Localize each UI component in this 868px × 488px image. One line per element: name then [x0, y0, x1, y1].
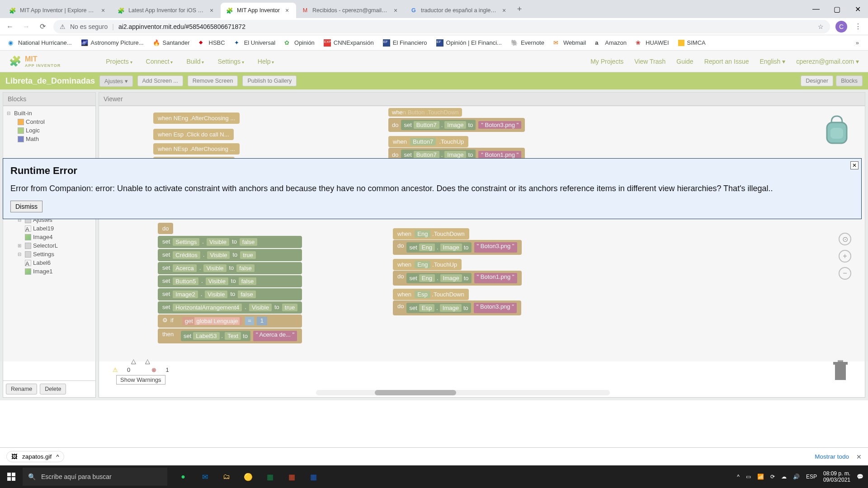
event-block[interactable]: when Esp .Click do call N...	[153, 129, 234, 140]
browser-tab[interactable]: 🧩MIT App Inventor | Explore MIT A×	[4, 3, 112, 18]
zoom-in-icon[interactable]: +	[839, 250, 851, 263]
notification-icon[interactable]: 💬	[857, 474, 863, 480]
language-indicator[interactable]: ESP	[806, 474, 817, 480]
event-block[interactable]: when NEng .AfterChoosing ...	[153, 113, 240, 124]
bookmark[interactable]: ✦El Universal	[231, 38, 279, 48]
dismiss-button[interactable]: Dismiss	[10, 201, 42, 212]
close-icon[interactable]: ×	[500, 7, 508, 14]
link-guide[interactable]: Guide	[676, 58, 693, 65]
rename-button[interactable]: Rename	[6, 384, 37, 394]
menu-projects[interactable]: Projects	[106, 58, 132, 65]
bookmark[interactable]: ◉National Hurricane...	[5, 38, 75, 48]
tree-cat-control[interactable]: Control	[3, 117, 95, 126]
language-dropdown[interactable]: English ▾	[760, 58, 785, 65]
menu-build[interactable]: Build	[186, 58, 204, 65]
star-icon[interactable]: ☆	[818, 23, 824, 30]
tree-item[interactable]: ALabel19	[3, 224, 95, 233]
app-chrome-icon[interactable]: 🟡	[238, 465, 259, 488]
browser-tab[interactable]: 🧩Latest App Inventor for iOS topic×	[112, 3, 221, 18]
dialog-close-icon[interactable]: ✕	[850, 161, 859, 169]
battery-icon[interactable]: ▭	[746, 474, 751, 480]
link-view-trash[interactable]: View Trash	[634, 58, 665, 65]
app-word-icon[interactable]: ▦	[303, 465, 324, 488]
backpack-icon[interactable]	[822, 114, 851, 149]
zoom-out-icon[interactable]: −	[839, 267, 851, 280]
browser-tab-active[interactable]: 🧩MIT App Inventor×	[221, 3, 296, 18]
event-block[interactable]: when Esp .TouchDown	[393, 289, 469, 300]
publish-button[interactable]: Publish to Gallery	[242, 75, 297, 86]
close-icon[interactable]: ×	[283, 7, 291, 14]
app-excel-icon[interactable]: ▦	[259, 465, 280, 488]
bookmark[interactable]: ❀HUAWEI	[632, 38, 673, 48]
menu-help[interactable]: Help	[258, 58, 274, 65]
close-window-icon[interactable]: ✕	[847, 0, 868, 18]
event-block[interactable]: when Button7 .TouchUp	[388, 136, 468, 147]
set-block[interactable]: doset Esp . Image to" Boton3.png "	[393, 300, 521, 315]
reload-icon[interactable]: ⟳	[37, 21, 48, 32]
menu-connect[interactable]: Connect	[146, 58, 173, 65]
set-block[interactable]: doset Eng . Image to" Boton3.png "	[393, 240, 522, 255]
tree-item[interactable]: ALabel6	[3, 258, 95, 267]
set-block[interactable]: doset Eng . Image to" Boton1.png "	[393, 271, 522, 286]
do-block[interactable]: do setSettings. Visible to false setCréd…	[158, 223, 302, 344]
trash-icon[interactable]	[831, 359, 849, 384]
app-explorer-icon[interactable]: 🗂	[216, 465, 237, 488]
event-block[interactable]: when Eng .TouchDown	[393, 228, 469, 239]
mit-logo[interactable]: 🧩 MITAPP INVENTOR	[9, 55, 61, 68]
bookmark[interactable]: ✉Webmail	[550, 38, 590, 48]
blocks-tree[interactable]: ⊟Built-in Control Logic Math ⊟Ajustes AL…	[3, 106, 96, 381]
center-icon[interactable]: ⊙	[839, 233, 851, 245]
bookmark[interactable]: SIMCA	[675, 38, 709, 48]
tree-item[interactable]: ⊟Settings	[3, 250, 95, 258]
event-block[interactable]: when Button .TouchDown	[388, 108, 462, 117]
bookmark[interactable]: 🌌Astronomy Picture...	[77, 38, 147, 48]
download-item[interactable]: 🖼 zapatos.gif ^	[6, 451, 64, 462]
maximize-icon[interactable]: ▢	[826, 0, 847, 18]
forward-icon[interactable]: →	[21, 21, 32, 32]
bookmark[interactable]: 🔥Santander	[149, 38, 193, 48]
delete-button[interactable]: Delete	[40, 384, 66, 394]
bookmark[interactable]: EXPCNNExpansión	[320, 38, 377, 48]
sync-icon[interactable]: ⟳	[770, 474, 775, 480]
tree-cat-math[interactable]: Math	[3, 135, 95, 143]
bookmark[interactable]: EFOpinión | El Financi...	[433, 38, 505, 48]
new-tab-button[interactable]: +	[513, 3, 526, 15]
volume-icon[interactable]: 🔊	[793, 474, 800, 480]
tray-chevron-icon[interactable]: ^	[737, 474, 740, 480]
user-email-dropdown[interactable]: cperezn@gmail.com ▾	[796, 58, 859, 65]
show-warnings-button[interactable]: Show Warnings	[116, 375, 165, 385]
menu-icon[interactable]: ⋮	[853, 21, 863, 32]
show-all-downloads[interactable]: Mostrar todo	[815, 453, 849, 460]
tree-item[interactable]: Image1	[3, 267, 95, 276]
horizontal-scrollbar[interactable]	[316, 390, 610, 395]
blocks-canvas[interactable]: when NEng .AfterChoosing ... when Esp .C…	[99, 106, 865, 398]
tree-item[interactable]: Image4	[3, 233, 95, 241]
set-block[interactable]: do set Button7 . Image to " Boton3.png "	[388, 118, 525, 132]
back-icon[interactable]: ←	[5, 21, 15, 32]
event-block[interactable]: when Eng .TouchUp	[393, 259, 462, 270]
app-outlook-icon[interactable]: ✉	[194, 465, 215, 488]
url-field[interactable]: ⚠ No es seguro | ai2.appinventor.mit.edu…	[53, 20, 830, 33]
bookmark[interactable]: EFEl Financiero	[379, 38, 431, 48]
add-screen-button[interactable]: Add Screen ...	[137, 75, 183, 86]
event-block[interactable]: when NEsp .AfterChoosing ...	[153, 143, 240, 155]
close-shelf-icon[interactable]: ✕	[856, 453, 862, 460]
chevron-up-icon[interactable]: ^	[56, 453, 59, 460]
tree-builtin[interactable]: ⊟Built-in	[3, 109, 95, 117]
wifi-icon[interactable]: 📶	[757, 474, 764, 480]
app-whatsapp-icon[interactable]: ●	[173, 465, 193, 488]
browser-tab[interactable]: Gtraductor de español a ingles - B×	[405, 3, 513, 18]
close-icon[interactable]: ×	[208, 7, 215, 14]
bookmark[interactable]: ◆HSBC	[195, 38, 229, 48]
warnings-widget[interactable]: △△ ⚠0 ⊗1 Show Warnings	[113, 357, 169, 385]
bookmarks-overflow-icon[interactable]: »	[851, 39, 863, 46]
link-my-projects[interactable]: My Projects	[590, 58, 623, 65]
taskbar-clock[interactable]: 08:09 p. m. 09/03/2021	[823, 470, 850, 483]
taskbar-search[interactable]: 🔍Escribe aquí para buscar	[23, 468, 167, 486]
designer-button[interactable]: Designer	[801, 75, 833, 86]
app-powerpoint-icon[interactable]: ▦	[281, 465, 302, 488]
ajustes-button[interactable]: Ajustes ▾	[99, 75, 132, 87]
minimize-icon[interactable]: ―	[806, 0, 826, 18]
close-icon[interactable]: ×	[392, 7, 399, 14]
bookmark[interactable]: 🐘Evernote	[507, 38, 548, 48]
